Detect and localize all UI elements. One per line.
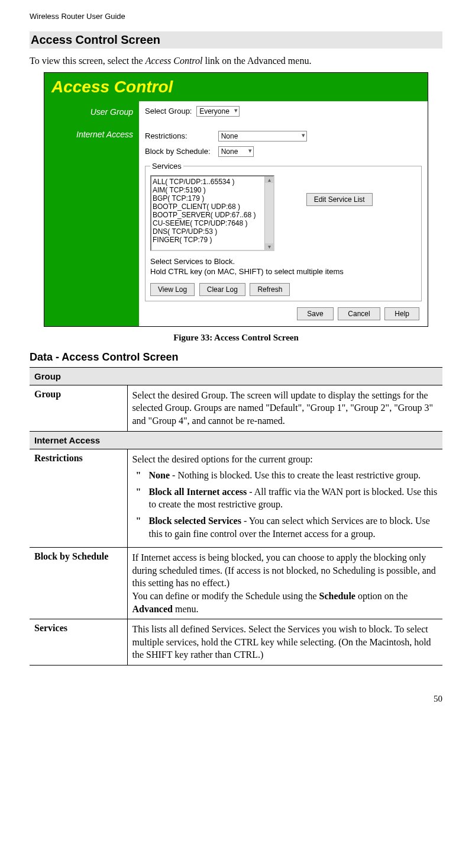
list-item[interactable]: ALL( TCP/UDP:1..65534 )	[153, 178, 272, 186]
restrictions-label: Restrictions:	[145, 131, 216, 140]
restrictions-intro: Select the desired options for the curre…	[132, 454, 313, 464]
row-label-group: Group	[30, 385, 127, 431]
restrictions-dropdown[interactable]: None	[218, 131, 307, 142]
sidebar-item-internet-access[interactable]: Internet Access	[50, 130, 133, 139]
config-panel: Select Group: Everyone Restrictions: Non…	[139, 101, 428, 326]
intro-pre: To view this screen, select the	[30, 56, 146, 66]
intro-post: link on the Advanced menu.	[202, 56, 311, 66]
clear-log-button[interactable]: Clear Log	[199, 283, 245, 296]
row-content-group: Select the desired Group. The screen wil…	[127, 385, 442, 431]
list-item: None - Nothing is blocked. Use this to c…	[132, 469, 438, 482]
list-item[interactable]: CU-SEEME( TCP/UDP:7648 )	[153, 219, 272, 227]
config-banner: Access Control	[44, 73, 428, 101]
block-desc-bold2: Advanced	[132, 604, 173, 614]
doc-header: Wireless Router User Guide	[30, 12, 442, 21]
table-section-internet-access: Internet Access	[30, 431, 442, 449]
edit-service-list-button[interactable]: Edit Service List	[306, 193, 373, 206]
table-section-group: Group	[30, 367, 442, 385]
select-group-label: Select Group:	[145, 107, 192, 115]
list-item[interactable]: DNS( TCP/UDP:53 )	[153, 227, 272, 236]
block-schedule-label: Block by Schedule:	[145, 147, 216, 156]
cancel-button[interactable]: Cancel	[338, 307, 380, 320]
list-item[interactable]: FINGER( TCP:79 )	[153, 236, 272, 244]
list-item: Block all Internet access - All traffic …	[132, 486, 438, 511]
list-item[interactable]: BOOTP_SERVER( UDP:67..68 )	[153, 211, 272, 219]
page-number: 50	[30, 694, 442, 704]
data-section-heading: Data - Access Control Screen	[30, 351, 442, 364]
row-label-restrictions: Restrictions	[30, 449, 127, 548]
row-content-block-schedule: If Internet access is being blocked, you…	[127, 548, 442, 619]
list-item[interactable]: AIM( TCP:5190 )	[153, 186, 272, 194]
list-item[interactable]: BGP( TCP:179 )	[153, 194, 272, 202]
block-desc-end: menu.	[173, 604, 199, 614]
intro-link-text: Access Control	[146, 56, 203, 66]
services-fieldset: Services ALL( TCP/UDP:1..65534 ) AIM( TC…	[145, 162, 422, 301]
block-desc-mid: option on the	[355, 591, 408, 601]
data-table: Group Group Select the desired Group. Th…	[30, 367, 442, 666]
services-listbox[interactable]: ALL( TCP/UDP:1..65534 ) AIM( TCP:5190 ) …	[150, 175, 274, 251]
block-desc-bold1: Schedule	[319, 591, 355, 601]
view-log-button[interactable]: View Log	[150, 283, 195, 296]
services-legend: Services	[150, 162, 183, 171]
list-item: Block selected Services - You can select…	[132, 515, 438, 540]
list-item[interactable]: BOOTP_CLIENT( UDP:68 )	[153, 202, 272, 211]
refresh-button[interactable]: Refresh	[250, 283, 290, 296]
section-title: Access Control Screen	[30, 31, 442, 49]
intro-paragraph: To view this screen, select the Access C…	[30, 56, 442, 66]
figure-caption: Figure 33: Access Control Screen	[30, 333, 442, 343]
row-label-block-schedule: Block by Schedule	[30, 548, 127, 619]
row-label-services: Services	[30, 619, 127, 666]
sidebar-item-user-group[interactable]: User Group	[50, 107, 133, 117]
save-button[interactable]: Save	[297, 307, 333, 320]
select-group-dropdown[interactable]: Everyone	[196, 106, 240, 117]
services-hint-1: Select Services to Block.	[150, 257, 416, 267]
scrollbar[interactable]	[264, 176, 273, 250]
config-sidebar: User Group Internet Access	[44, 101, 139, 326]
block-schedule-dropdown[interactable]: None	[218, 146, 254, 157]
services-hint-2: Hold CTRL key (on MAC, SHIFT) to select …	[150, 267, 416, 277]
help-button[interactable]: Help	[384, 307, 419, 320]
screenshot-container: Access Control User Group Internet Acces…	[44, 72, 428, 327]
row-content-restrictions: Select the desired options for the curre…	[127, 449, 442, 548]
row-content-services: This lists all defined Services. Select …	[127, 619, 442, 666]
